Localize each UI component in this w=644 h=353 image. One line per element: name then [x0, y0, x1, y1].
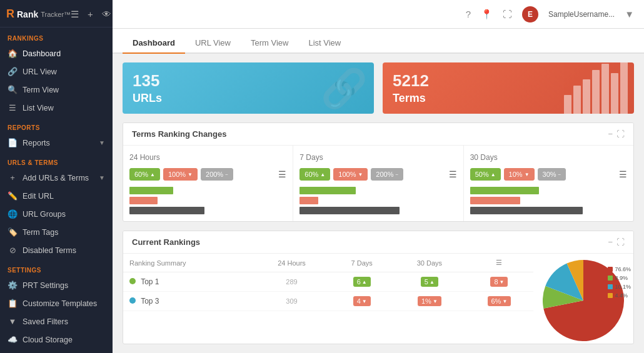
help-icon[interactable]: ?: [466, 9, 471, 19]
legend-item-orange: 4.4%: [608, 292, 631, 299]
expand-icon[interactable]: ⛶: [616, 129, 625, 139]
ranking-col-7d: 7 Days 60% ▲ 100% ▼ 200% −: [293, 146, 463, 222]
sidebar-item-dashboard[interactable]: 🏠 Dashboard: [0, 44, 113, 62]
th-ranking-summary: Ranking Summary: [123, 254, 254, 272]
filter-green-arrow-24h: ▲: [150, 172, 155, 177]
sidebar-item-edit-url[interactable]: ✏️ Edit URL: [0, 187, 113, 205]
minimize-icon[interactable]: −: [608, 129, 613, 139]
logo-r-icon: R: [6, 7, 14, 21]
sidebar-label-edit-url: Edit URL: [23, 192, 54, 201]
green-bar-30d: [470, 187, 539, 194]
filter-row-7d: 60% ▲ 100% ▼ 200% − ☰: [299, 168, 456, 181]
dashboard-icon: 🏠: [8, 49, 18, 58]
sidebar-item-saved-filters[interactable]: ▼ Saved Filters: [0, 312, 113, 331]
filter-menu-icon-30d[interactable]: ☰: [619, 169, 627, 179]
url-groups-icon: 🌐: [8, 209, 18, 219]
fullscreen-icon[interactable]: ⛶: [503, 9, 512, 19]
eye-icon[interactable]: 👁: [102, 9, 111, 19]
main-content: ? 📍 ⛶ E SampleUsername... ▼ Dashboard UR…: [113, 0, 644, 353]
sidebar-item-url-view[interactable]: 🔗 URL View: [0, 62, 113, 81]
filter-salmon-label-7d: 100%: [338, 171, 356, 178]
tab-term-view[interactable]: Term View: [241, 32, 298, 54]
period-24h: 24 Hours: [129, 153, 286, 162]
location-icon[interactable]: 📍: [481, 9, 493, 20]
add-urls-icon: +: [8, 173, 18, 182]
sidebar-item-url-groups[interactable]: 🌐 URL Groups: [0, 205, 113, 223]
filter-btn-gray-30d[interactable]: 30% −: [538, 168, 566, 181]
top1-arrow-7d: ▲: [430, 279, 435, 285]
current-rankings-header: Current Rankings − ⛶: [123, 231, 633, 254]
sidebar-label-url-view: URL View: [23, 67, 57, 76]
logo-container: R Rank Tracker™ ☰ + 👁: [0, 0, 113, 27]
filter-btn-green-24h[interactable]: 60% ▲: [129, 168, 160, 181]
filter-salmon-label-24h: 100%: [168, 171, 186, 178]
top1-badge-7d: 5 ▲: [421, 277, 438, 287]
filter-btn-salmon-30d[interactable]: 10% ▼: [504, 168, 535, 181]
dashboard-content: 135 URLs 🔗 5212 Terms: [113, 54, 644, 353]
td-top1-24h: 6 ▲: [330, 272, 394, 292]
legend-color-orange: [608, 293, 613, 298]
sidebar-label-add-urls: Add URLs & Terms: [23, 174, 89, 182]
list-view-icon: ☰: [8, 103, 18, 112]
sidebar-label-saved-filters: Saved Filters: [23, 317, 68, 326]
green-bar-24h: [129, 187, 173, 194]
sidebar-item-add-urls[interactable]: + Add URLs & Terms ▼: [0, 169, 113, 187]
hamburger-icon[interactable]: ☰: [71, 9, 79, 20]
plus-icon[interactable]: +: [88, 9, 93, 19]
filter-btn-green-7d[interactable]: 60% ▲: [299, 168, 330, 181]
current-rankings-panel: Current Rankings − ⛶ Ranking Summary 24 …: [123, 231, 634, 344]
current-rankings-controls: − ⛶: [608, 237, 625, 247]
filter-gray-arrow-24h: −: [225, 172, 228, 177]
cr-expand-icon[interactable]: ⛶: [616, 237, 625, 247]
terms-bar-chart: [564, 62, 628, 114]
filter-btn-green-30d[interactable]: 50% ▲: [470, 168, 501, 181]
terms-ranking-panel: Terms Ranking Changes − ⛶ 24 Hours 60% ▲: [123, 122, 634, 222]
prt-settings-icon: ⚙️: [8, 281, 18, 290]
legend-label-red: 76.6%: [615, 266, 631, 272]
filter-btn-gray-24h[interactable]: 200% −: [201, 168, 233, 181]
dark-bar-7d: [299, 207, 400, 214]
legend-label-green: 8.9%: [615, 275, 628, 281]
filter-menu-icon-7d[interactable]: ☰: [449, 169, 457, 179]
tab-list-view[interactable]: List View: [298, 32, 351, 54]
filter-btn-salmon-24h[interactable]: 100% ▼: [163, 168, 198, 181]
legend-color-green: [608, 276, 613, 281]
legend-label-blue: 10.1%: [615, 284, 631, 290]
saved-filters-icon: ▼: [8, 317, 18, 326]
filter-menu-icon-24h[interactable]: ☰: [278, 169, 286, 179]
dark-bar-24h: [129, 207, 204, 214]
user-avatar[interactable]: E: [522, 6, 538, 22]
top3-dot-icon: [129, 297, 136, 304]
filter-green-arrow-7d: ▲: [320, 172, 325, 177]
sidebar-item-list-view[interactable]: ☰ List View: [0, 99, 113, 117]
user-dropdown-icon[interactable]: ▼: [625, 9, 634, 19]
table-menu-icon[interactable]: ☰: [496, 259, 502, 266]
sidebar-item-disabled-terms[interactable]: ⊘ Disabled Terms: [0, 241, 113, 259]
rankings-section-label: RANKINGS: [0, 27, 113, 44]
sidebar-item-reports[interactable]: 📄 Reports ▼: [0, 134, 113, 152]
cr-minimize-icon[interactable]: −: [608, 237, 613, 247]
legend-color-red: [608, 267, 613, 272]
sidebar-label-list-view: List View: [23, 104, 54, 112]
tab-url-view[interactable]: URL View: [185, 32, 241, 54]
filter-btn-gray-7d[interactable]: 200% −: [371, 168, 403, 181]
th-24h: 24 Hours: [254, 254, 330, 272]
sidebar-item-term-view[interactable]: 🔍 Term View: [0, 81, 113, 99]
url-view-icon: 🔗: [8, 67, 18, 76]
filter-btn-salmon-7d[interactable]: 100% ▼: [333, 168, 368, 181]
terms-ranking-controls: − ⛶: [608, 129, 625, 139]
username-label[interactable]: SampleUsername...: [548, 10, 615, 19]
sidebar-item-cloud-storage[interactable]: ☁️ Cloud Storage: [0, 331, 113, 349]
sidebar-item-customize-templates[interactable]: 📋 Customize Templates: [0, 294, 113, 312]
urls-label: URLs: [133, 92, 162, 105]
sidebar-item-term-tags[interactable]: 🏷️ Term Tags: [0, 223, 113, 241]
legend-item-red: 76.6%: [608, 266, 631, 272]
top1-dot-icon: [129, 278, 136, 284]
sidebar-label-term-tags: Term Tags: [23, 228, 58, 237]
filter-salmon-arrow-24h: ▼: [188, 172, 193, 177]
period-7d: 7 Days: [299, 153, 456, 162]
sidebar-item-prt-settings[interactable]: ⚙️ PRT Settings: [0, 276, 113, 294]
tab-dashboard[interactable]: Dashboard: [123, 32, 185, 54]
top3-label-text: Top 3: [141, 297, 159, 306]
reports-arrow-icon: ▼: [99, 139, 105, 146]
